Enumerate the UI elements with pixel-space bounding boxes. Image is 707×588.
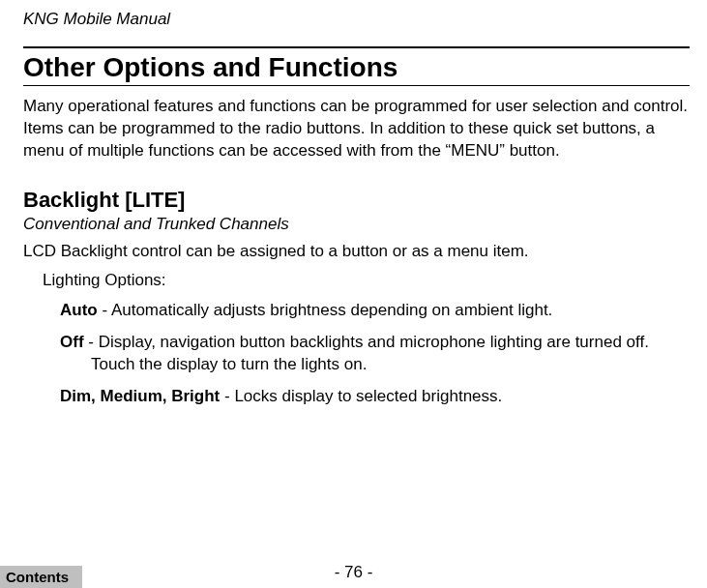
option-text: - Automatically adjusts brightness depen…	[98, 301, 553, 319]
option-name: Off	[60, 333, 84, 351]
option-dim: Dim, Medium, Bright - Locks display to s…	[60, 386, 690, 408]
option-text: - Display, navigation button backlights …	[84, 333, 649, 351]
section-title: Other Options and Functions	[23, 52, 690, 83]
option-name: Dim, Medium, Bright	[60, 387, 220, 405]
option-off: Off - Display, navigation button backlig…	[60, 332, 690, 376]
doc-title: KNG Mobile Manual	[23, 10, 690, 29]
option-text: - Locks display to selected brightness.	[220, 387, 502, 405]
option-auto: Auto - Automatically adjusts brightness …	[60, 300, 690, 322]
section-intro: Many operational features and functions …	[23, 96, 690, 162]
subsection-desc: LCD Backlight control can be assigned to…	[23, 242, 690, 261]
subsection-subtitle: Conventional and Trunked Channels	[23, 215, 690, 234]
subsection-title: Backlight [LITE]	[23, 188, 690, 213]
rule-top	[23, 46, 690, 48]
contents-button[interactable]: Contents	[0, 566, 82, 588]
options-label: Lighting Options:	[43, 271, 690, 290]
footer: - 76 - Contents	[0, 563, 707, 588]
rule-bottom	[23, 85, 690, 86]
page-number: - 76 -	[0, 563, 707, 582]
option-name: Auto	[60, 301, 98, 319]
option-text-cont: Touch the display to turn the lights on.	[60, 354, 690, 376]
